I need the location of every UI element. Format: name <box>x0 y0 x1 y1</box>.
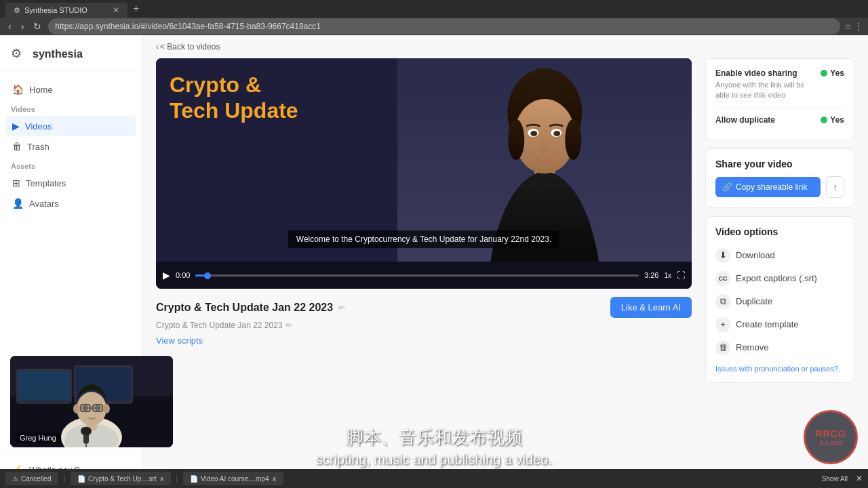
video-subtitle: Crypto & Tech Update Jan 22 2023 ✏ <box>156 321 692 330</box>
address-bar[interactable]: https://app.synthesia.io/#/video/6c1043a… <box>48 18 840 35</box>
share-card: Share your video 🔗 Copy shareable link ↑ <box>705 148 854 208</box>
new-tab-button[interactable]: + <box>127 0 144 18</box>
svg-rect-28 <box>85 443 87 447</box>
refresh-button[interactable]: ↻ <box>31 20 44 33</box>
sidebar-item-home[interactable]: 🏠 Home <box>5 79 136 100</box>
captions-option[interactable]: CC Export captions (.srt) <box>715 267 844 290</box>
svg-point-19 <box>73 404 80 413</box>
taskbar-item-srt[interactable]: 📄 Crypto & Tech Up....srt ∧ <box>71 472 170 485</box>
srt-chevron-icon: ∧ <box>159 475 164 483</box>
templates-icon: ⊞ <box>12 178 20 188</box>
svg-rect-12 <box>18 371 70 401</box>
enable-sharing-desc: Anyone with the link will be able to see… <box>715 80 815 101</box>
speed-button[interactable]: 1x <box>664 272 671 279</box>
webcam-overlay: Greg Hung <box>10 356 173 447</box>
copy-link-button[interactable]: 🔗 Copy shareable link <box>715 177 821 197</box>
video-controls: ▶ 0:00 3:26 1x ⛶ <box>156 262 692 289</box>
duplicate-option[interactable]: ⧉ Duplicate <box>715 290 844 313</box>
bookmark-icon[interactable]: ☆ <box>844 22 852 31</box>
link-icon: 🔗 <box>722 182 732 192</box>
subtitle-english: scripting, music and publishing a video. <box>0 452 868 468</box>
edit-subtitle-icon[interactable]: ✏ <box>285 321 292 330</box>
progress-fill <box>195 274 204 277</box>
sharing-card: Enable video sharing Anyone with the lin… <box>705 58 854 140</box>
like-learn-button[interactable]: Like & Learn AI <box>610 297 692 318</box>
mp4-file-icon: 📄 <box>190 475 198 483</box>
videos-section-label: Videos <box>5 100 136 116</box>
upload-icon: ↑ <box>833 182 837 192</box>
sidebar-item-trash[interactable]: 🗑 Trash <box>5 136 136 157</box>
content-area: Crypto & Tech Update <box>142 58 868 488</box>
share-actions: 🔗 Copy shareable link ↑ <box>715 176 844 198</box>
back-nav: ‹ < Back to videos <box>142 35 868 58</box>
videos-icon: ▶ <box>12 121 20 131</box>
back-arrow-icon: ‹ <box>156 42 159 52</box>
sidebar-item-videos[interactable]: ▶ Videos <box>5 116 136 136</box>
avatars-icon: 👤 <box>12 198 24 209</box>
remove-option[interactable]: 🗑 Remove <box>715 336 844 359</box>
svg-rect-27 <box>81 427 92 435</box>
logo-icon: ⚙ <box>11 46 27 62</box>
taskbar-item-mp4[interactable]: 📄 Video AI course....mp4 ∧ <box>183 472 283 485</box>
assets-section-label: Assets <box>5 157 136 173</box>
svg-point-25 <box>94 405 101 411</box>
sidebar-item-templates[interactable]: ⊞ Templates <box>5 173 136 193</box>
progress-dot <box>204 272 211 279</box>
share-title: Share your video <box>715 159 844 169</box>
issues-link[interactable]: Issues with pronunciation or pauses? <box>715 365 844 373</box>
duplicate-icon: ⧉ <box>715 294 730 309</box>
create-template-option[interactable]: + Create template <box>715 313 844 336</box>
taskbar-separator: | <box>63 475 65 483</box>
allow-duplicate-label: Allow duplicate <box>715 115 775 125</box>
fullscreen-button[interactable]: ⛶ <box>677 270 685 280</box>
active-tab[interactable]: ⚙ Synthesia STUDIO ✕ <box>5 3 127 18</box>
enable-sharing-label: Enable video sharing <box>715 68 815 78</box>
video-info: Crypto & Tech Update Jan 22 2023 ✏ Like … <box>156 289 692 351</box>
watermark: RRCG 人人CGG <box>804 410 858 464</box>
webcam-person-label: Greg Hung <box>16 432 60 443</box>
upload-button[interactable]: ↑ <box>826 176 844 198</box>
allow-duplicate-row: Allow duplicate Yes <box>715 115 844 125</box>
taskbar-item-cancelled[interactable]: ⚠ Cancelled <box>5 472 58 485</box>
edit-title-icon[interactable]: ✏ <box>338 303 345 312</box>
svg-point-3 <box>508 119 524 160</box>
watermark-sub: 人人CGG <box>819 439 842 447</box>
sidebar-nav: 🏠 Home Videos ▶ Videos 🗑 Trash Assets ⊞ … <box>0 71 142 222</box>
back-button[interactable]: ‹ <box>5 20 14 33</box>
taskbar-status-icon: ⚠ <box>12 475 18 483</box>
menu-icon[interactable]: ⋮ <box>854 22 863 31</box>
play-button[interactable]: ▶ <box>163 270 170 281</box>
main-content: ‹ < Back to videos Crypto & Tech Update <box>142 35 868 488</box>
remove-icon: 🗑 <box>715 340 730 355</box>
back-link[interactable]: ‹ < Back to videos <box>156 42 854 52</box>
tab-close-icon[interactable]: ✕ <box>113 5 119 15</box>
allow-duplicate-dot <box>821 117 827 123</box>
forward-button[interactable]: › <box>18 20 27 33</box>
srt-file-icon: 📄 <box>77 475 85 483</box>
svg-point-24 <box>82 405 89 411</box>
trash-icon: 🗑 <box>12 141 22 152</box>
options-title: Video options <box>715 226 844 237</box>
video-title-overlay: Crypto & Tech Update <box>170 72 298 124</box>
mp4-chevron-icon: ∧ <box>272 475 277 483</box>
captions-icon: CC <box>715 271 730 286</box>
video-title-row: Crypto & Tech Update Jan 22 2023 ✏ Like … <box>156 297 692 318</box>
show-all-button[interactable]: Show All <box>822 475 848 483</box>
svg-point-4 <box>565 119 581 160</box>
svg-point-20 <box>103 404 110 413</box>
enable-sharing-row: Enable video sharing Anyone with the lin… <box>715 68 844 101</box>
enable-sharing-dot <box>821 70 827 77</box>
allow-duplicate-toggle[interactable]: Yes <box>821 115 844 125</box>
download-option[interactable]: ⬇ Download <box>715 244 844 267</box>
enable-sharing-toggle[interactable]: Yes <box>821 68 844 78</box>
progress-bar[interactable] <box>195 274 639 277</box>
view-scripts-link[interactable]: View scripts <box>156 336 692 346</box>
sidebar-item-avatars[interactable]: 👤 Avatars <box>5 193 136 214</box>
svg-point-8 <box>553 131 560 136</box>
taskbar-separator-2: | <box>176 475 178 483</box>
taskbar-close-icon[interactable]: ✕ <box>856 474 863 483</box>
taskbar: ⚠ Cancelled | 📄 Crypto & Tech Up....srt … <box>0 469 868 488</box>
svg-point-7 <box>530 131 537 136</box>
browser-icons: ☆ ⋮ <box>844 22 863 31</box>
logo-text: synthesia <box>33 48 83 60</box>
